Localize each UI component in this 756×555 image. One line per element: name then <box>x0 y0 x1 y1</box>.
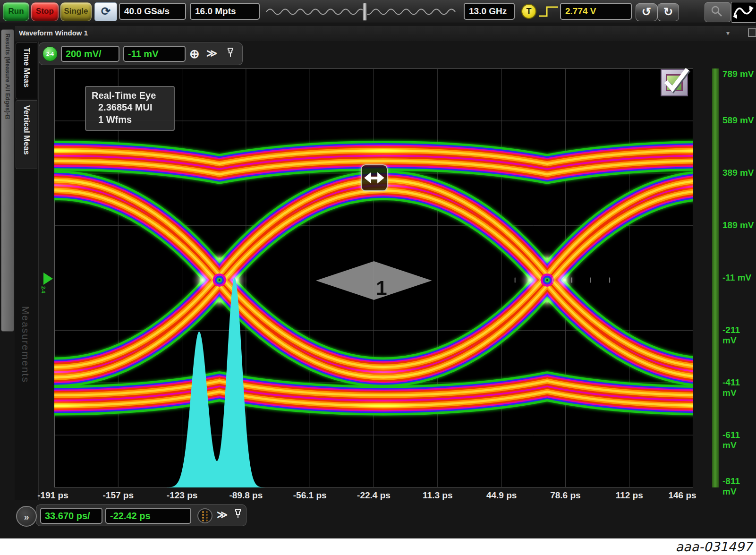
y-tick-label: -611 mV <box>722 430 756 451</box>
tab-vertical-meas-label: Vertical Meas <box>22 101 31 160</box>
redo-button[interactable]: ↻ <box>657 3 679 21</box>
window-title: Waveform Window 1 <box>19 29 88 37</box>
left-right-arrow-icon <box>362 165 387 190</box>
vertical-scale-box[interactable]: 200 mV/ <box>61 46 119 62</box>
run-button[interactable]: Run <box>3 2 29 21</box>
x-tick-label: -89.8 ps <box>218 490 274 501</box>
tab-time-meas[interactable]: Time Meas <box>16 43 37 99</box>
horizontal-adjust-handle[interactable] <box>361 164 388 191</box>
horizontal-position-box[interactable]: -22.42 ps <box>105 508 191 524</box>
x-tick-label: 11.3 ps <box>409 490 466 501</box>
channel-axis-strip <box>712 68 719 487</box>
bandwidth-box[interactable]: 13.0 GHz <box>464 3 515 20</box>
single-button[interactable]: Single <box>60 2 92 21</box>
add-icon[interactable]: ⊕ <box>189 47 200 61</box>
expand-chevron-icon[interactable]: ≫ <box>217 509 228 521</box>
channel-source-badge[interactable]: 2-4 <box>42 46 58 61</box>
pin-glyph <box>226 47 235 58</box>
knob-glyph <box>197 508 213 524</box>
x-tick-label: -157 ps <box>90 490 146 501</box>
waveform-mode-button[interactable] <box>731 2 756 23</box>
x-tick-label: 146 ps <box>654 490 711 501</box>
trigger-source-icon[interactable]: T <box>521 4 536 19</box>
waveform-window-titlebar: Waveform Window 1 ▾ <box>15 26 756 41</box>
top-toolbar: Run Stop Single ⟳ 40.0 GSa/s 16.0 Mpts 1… <box>0 0 756 23</box>
check-icon <box>658 64 693 99</box>
window-restore-icon[interactable] <box>748 28 756 37</box>
eye-waveform-count: 1 Wfms <box>92 113 174 126</box>
chevron-down-icon[interactable]: ▾ <box>726 29 730 37</box>
tab-time-meas-label: Time Meas <box>22 43 31 92</box>
oscilloscope-app: Run Stop Single ⟳ 40.0 GSa/s 16.0 Mpts 1… <box>0 0 756 538</box>
mask-test-checkbox[interactable] <box>661 69 688 96</box>
trigger-edge-icon[interactable] <box>538 5 559 18</box>
x-tick-label: 112 ps <box>601 490 658 501</box>
results-panel-label: Results (Measure All Edges)-⊡ <box>4 34 11 120</box>
sidebar-expand-button[interactable]: » <box>16 506 37 527</box>
x-tick-label: -56.1 ps <box>281 490 338 501</box>
y-tick-label: -211 mV <box>722 325 756 346</box>
y-tick-label: 789 mV <box>722 69 756 79</box>
trigger-level-marker[interactable] <box>43 273 53 285</box>
x-tick-label: -191 ps <box>25 490 81 501</box>
x-tick-label: -22.4 ps <box>346 490 402 501</box>
figure-reference-label: aaa-031497 <box>0 539 752 554</box>
tab-vertical-meas[interactable]: Vertical Meas <box>16 100 37 169</box>
expand-chevron-icon[interactable]: ≫ <box>206 47 217 60</box>
clear-display-button[interactable]: ⟳ <box>94 2 117 21</box>
magnifier-icon <box>705 3 730 21</box>
y-tick-label: 589 mV <box>722 115 756 126</box>
results-panel-tab[interactable]: Results (Measure All Edges)-⊡ <box>1 29 14 332</box>
oscilloscope-screenshot: Run Stop Single ⟳ 40.0 GSa/s 16.0 Mpts 1… <box>0 0 756 555</box>
y-tick-label: 189 mV <box>722 220 756 231</box>
x-tick-label: 44.9 ps <box>473 490 530 501</box>
x-tick-label: -123 ps <box>154 490 211 501</box>
y-tick-label: 389 mV <box>722 168 756 178</box>
trigger-level-box[interactable]: 2.774 V <box>560 3 632 20</box>
x-tick-label: 78.6 ps <box>537 490 594 501</box>
waveform-icon <box>731 2 755 21</box>
eye-diagram-plot[interactable] <box>54 68 693 487</box>
y-tick-label: -811 mV <box>722 476 756 497</box>
trigger-marker-label: 2-4 <box>41 286 46 293</box>
measurements-panel-label: Measurements <box>20 306 31 383</box>
slider-handle[interactable] <box>363 3 367 21</box>
knob-icon[interactable] <box>197 508 213 526</box>
eye-measurement-readout: Real-Time Eye 2.36854 MUI 1 Wfms <box>85 86 175 131</box>
sample-rate-box[interactable]: 40.0 GSa/s <box>119 3 186 20</box>
eye-mui-value: 2.36854 MUI <box>92 101 174 113</box>
vertical-offset-box[interactable]: -11 mV <box>123 46 186 62</box>
undo-button[interactable]: ↺ <box>636 3 657 21</box>
horizontal-control-bar: 33.670 ps/ -22.42 ps ≫ <box>36 504 246 526</box>
y-tick-label: -411 mV <box>722 377 756 398</box>
channel-control-bar: 2-4 200 mV/ -11 mV ⊕ ≫ <box>39 43 243 65</box>
memory-depth-box[interactable]: 16.0 Mpts <box>190 3 260 20</box>
horizontal-scale-box[interactable]: 33.670 ps/ <box>40 508 102 524</box>
eye-title: Real-Time Eye <box>92 90 174 101</box>
stop-button[interactable]: Stop <box>31 2 59 21</box>
zoom-tool-button[interactable] <box>705 2 731 22</box>
pin-glyph <box>234 509 242 519</box>
pin-icon[interactable] <box>234 509 242 521</box>
y-tick-label: -11 mV <box>722 273 756 283</box>
pin-icon[interactable] <box>226 47 235 60</box>
